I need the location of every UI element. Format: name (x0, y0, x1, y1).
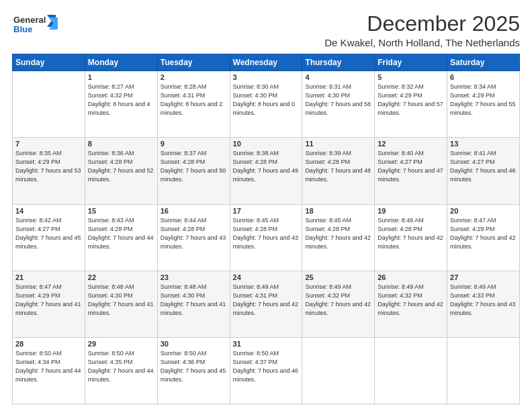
svg-text:General: General (13, 15, 46, 25)
calendar-cell (302, 337, 375, 404)
day-number: 10 (233, 140, 300, 148)
calendar-cell: 29Sunrise: 8:50 AMSunset: 4:35 PMDayligh… (85, 337, 157, 404)
day-number: 28 (15, 340, 82, 348)
day-info: Sunrise: 8:45 AMSunset: 4:28 PMDaylight:… (305, 216, 371, 251)
day-number: 27 (450, 273, 517, 281)
calendar-table: Sunday Monday Tuesday Wednesday Thursday… (12, 54, 520, 404)
day-number: 29 (88, 340, 154, 348)
calendar-week-row: 14Sunrise: 8:42 AMSunset: 4:27 PMDayligh… (13, 204, 520, 271)
calendar-cell (13, 71, 85, 138)
day-number: 22 (88, 273, 154, 281)
day-info: Sunrise: 8:35 AMSunset: 4:29 PMDaylight:… (15, 149, 82, 184)
day-number: 23 (161, 273, 227, 281)
calendar-cell: 28Sunrise: 8:50 AMSunset: 4:34 PMDayligh… (13, 337, 85, 404)
day-info: Sunrise: 8:28 AMSunset: 4:31 PMDaylight:… (161, 83, 227, 118)
day-number: 15 (88, 207, 154, 215)
day-number: 2 (161, 73, 227, 81)
day-number: 3 (233, 73, 300, 81)
calendar-week-row: 21Sunrise: 8:47 AMSunset: 4:29 PMDayligh… (13, 271, 520, 337)
calendar-cell: 9Sunrise: 8:37 AMSunset: 4:28 PMDaylight… (157, 138, 230, 204)
day-info: Sunrise: 8:31 AMSunset: 4:30 PMDaylight:… (305, 83, 371, 118)
day-number: 11 (305, 140, 371, 148)
title-block: December 2025 De Kwakel, North Holland, … (324, 12, 520, 48)
day-number: 8 (88, 140, 154, 148)
day-info: Sunrise: 8:49 AMSunset: 4:33 PMDaylight:… (450, 283, 517, 318)
day-info: Sunrise: 8:45 AMSunset: 4:28 PMDaylight:… (233, 216, 300, 251)
day-info: Sunrise: 8:46 AMSunset: 4:28 PMDaylight:… (378, 216, 444, 251)
day-number: 17 (233, 207, 300, 215)
header-row: Sunday Monday Tuesday Wednesday Thursday… (13, 54, 520, 71)
day-info: Sunrise: 8:37 AMSunset: 4:28 PMDaylight:… (161, 149, 227, 184)
day-number: 24 (233, 273, 300, 281)
day-number: 5 (378, 73, 444, 81)
logo: General Blue (12, 12, 59, 40)
calendar-cell: 24Sunrise: 8:49 AMSunset: 4:31 PMDayligh… (230, 271, 302, 337)
day-number: 13 (450, 140, 517, 148)
calendar-cell: 6Sunrise: 8:34 AMSunset: 4:29 PMDaylight… (447, 71, 520, 138)
calendar-cell: 13Sunrise: 8:41 AMSunset: 4:27 PMDayligh… (447, 138, 520, 204)
calendar-cell: 22Sunrise: 8:48 AMSunset: 4:30 PMDayligh… (85, 271, 157, 337)
calendar-cell (447, 337, 520, 404)
calendar-cell: 12Sunrise: 8:40 AMSunset: 4:27 PMDayligh… (375, 138, 447, 204)
calendar-cell: 8Sunrise: 8:36 AMSunset: 4:28 PMDaylight… (85, 138, 157, 204)
day-info: Sunrise: 8:34 AMSunset: 4:29 PMDaylight:… (450, 83, 517, 118)
col-friday: Friday (375, 54, 447, 71)
calendar-cell: 26Sunrise: 8:49 AMSunset: 4:32 PMDayligh… (375, 271, 447, 337)
calendar-cell: 23Sunrise: 8:48 AMSunset: 4:30 PMDayligh… (157, 271, 230, 337)
calendar-cell: 10Sunrise: 8:38 AMSunset: 4:28 PMDayligh… (230, 138, 302, 204)
day-number: 4 (305, 73, 371, 81)
day-info: Sunrise: 8:43 AMSunset: 4:28 PMDaylight:… (88, 216, 154, 251)
day-info: Sunrise: 8:50 AMSunset: 4:34 PMDaylight:… (15, 349, 82, 384)
calendar-cell: 27Sunrise: 8:49 AMSunset: 4:33 PMDayligh… (447, 271, 520, 337)
calendar-cell: 19Sunrise: 8:46 AMSunset: 4:28 PMDayligh… (375, 204, 447, 271)
calendar-cell: 31Sunrise: 8:50 AMSunset: 4:37 PMDayligh… (230, 337, 302, 404)
day-number: 1 (88, 73, 154, 81)
svg-text:Blue: Blue (13, 24, 32, 34)
calendar-cell: 25Sunrise: 8:49 AMSunset: 4:32 PMDayligh… (302, 271, 375, 337)
day-number: 31 (233, 340, 300, 348)
day-number: 20 (450, 207, 517, 215)
day-info: Sunrise: 8:36 AMSunset: 4:28 PMDaylight:… (88, 149, 154, 184)
day-info: Sunrise: 8:47 AMSunset: 4:29 PMDaylight:… (450, 216, 517, 251)
day-info: Sunrise: 8:50 AMSunset: 4:37 PMDaylight:… (233, 349, 300, 384)
day-number: 21 (15, 273, 82, 281)
day-number: 7 (15, 140, 82, 148)
calendar-cell: 11Sunrise: 8:39 AMSunset: 4:28 PMDayligh… (302, 138, 375, 204)
calendar-cell: 7Sunrise: 8:35 AMSunset: 4:29 PMDaylight… (13, 138, 85, 204)
calendar-cell: 3Sunrise: 8:30 AMSunset: 4:30 PMDaylight… (230, 71, 302, 138)
day-info: Sunrise: 8:38 AMSunset: 4:28 PMDaylight:… (233, 149, 300, 184)
col-wednesday: Wednesday (230, 54, 302, 71)
calendar-cell: 18Sunrise: 8:45 AMSunset: 4:28 PMDayligh… (302, 204, 375, 271)
day-info: Sunrise: 8:48 AMSunset: 4:30 PMDaylight:… (88, 283, 154, 318)
calendar-cell (375, 337, 447, 404)
subtitle: De Kwakel, North Holland, The Netherland… (324, 37, 520, 48)
col-sunday: Sunday (13, 54, 85, 71)
day-info: Sunrise: 8:32 AMSunset: 4:29 PMDaylight:… (378, 83, 444, 118)
calendar-week-row: 7Sunrise: 8:35 AMSunset: 4:29 PMDaylight… (13, 138, 520, 204)
day-info: Sunrise: 8:44 AMSunset: 4:28 PMDaylight:… (161, 216, 227, 251)
calendar-week-row: 1Sunrise: 8:27 AMSunset: 4:32 PMDaylight… (13, 71, 520, 138)
calendar-cell: 5Sunrise: 8:32 AMSunset: 4:29 PMDaylight… (375, 71, 447, 138)
calendar-cell: 2Sunrise: 8:28 AMSunset: 4:31 PMDaylight… (157, 71, 230, 138)
day-info: Sunrise: 8:49 AMSunset: 4:31 PMDaylight:… (233, 283, 300, 318)
day-info: Sunrise: 8:39 AMSunset: 4:28 PMDaylight:… (305, 149, 371, 184)
header: General Blue December 2025 De Kwakel, No… (12, 12, 520, 48)
calendar-cell: 17Sunrise: 8:45 AMSunset: 4:28 PMDayligh… (230, 204, 302, 271)
day-info: Sunrise: 8:50 AMSunset: 4:36 PMDaylight:… (161, 349, 227, 384)
day-number: 16 (161, 207, 227, 215)
day-number: 18 (305, 207, 371, 215)
day-number: 9 (161, 140, 227, 148)
day-info: Sunrise: 8:42 AMSunset: 4:27 PMDaylight:… (15, 216, 82, 251)
calendar-week-row: 28Sunrise: 8:50 AMSunset: 4:34 PMDayligh… (13, 337, 520, 404)
calendar-cell: 1Sunrise: 8:27 AMSunset: 4:32 PMDaylight… (85, 71, 157, 138)
day-info: Sunrise: 8:50 AMSunset: 4:35 PMDaylight:… (88, 349, 154, 384)
day-info: Sunrise: 8:27 AMSunset: 4:32 PMDaylight:… (88, 83, 154, 118)
calendar-cell: 16Sunrise: 8:44 AMSunset: 4:28 PMDayligh… (157, 204, 230, 271)
page: General Blue December 2025 De Kwakel, No… (0, 0, 532, 411)
day-info: Sunrise: 8:49 AMSunset: 4:32 PMDaylight:… (305, 283, 371, 318)
logo-svg: General Blue (12, 12, 59, 38)
day-info: Sunrise: 8:41 AMSunset: 4:27 PMDaylight:… (450, 149, 517, 184)
day-number: 12 (378, 140, 444, 148)
col-saturday: Saturday (447, 54, 520, 71)
calendar-cell: 15Sunrise: 8:43 AMSunset: 4:28 PMDayligh… (85, 204, 157, 271)
